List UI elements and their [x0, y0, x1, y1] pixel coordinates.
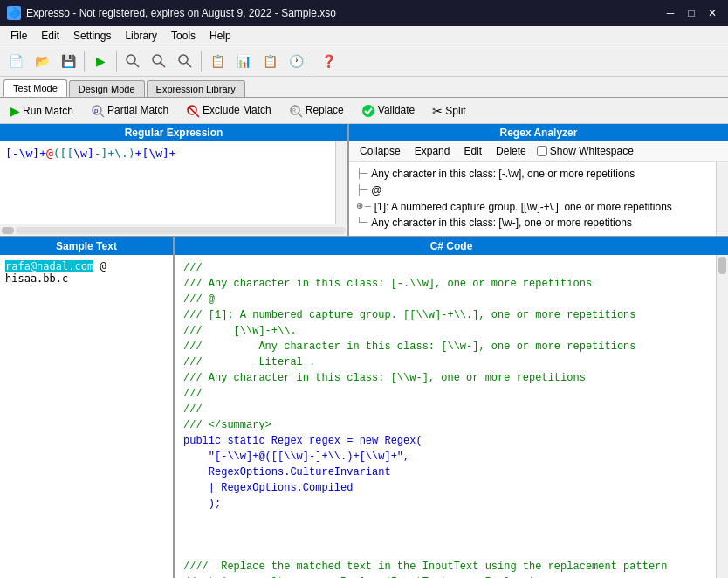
doc-btn[interactable]: 📋	[258, 49, 282, 73]
regex-track-h	[16, 227, 346, 234]
open-button[interactable]: 📂	[30, 49, 54, 73]
code-scrollbar-v[interactable]	[716, 255, 728, 578]
expand-button[interactable]: Expand	[411, 144, 454, 158]
new-button[interactable]: 📄	[3, 49, 28, 73]
sample-text-rest: hisaa.bb.c	[5, 272, 68, 285]
tab-design-mode[interactable]: Design Mode	[69, 80, 145, 97]
mode-tabs: Test Mode Design Mode Expression Library	[0, 77, 728, 98]
replace-button[interactable]: R Replace	[284, 101, 349, 120]
run-match-icon: ▶	[10, 104, 20, 118]
code-line-1: /// /// Any character in this class: [-.…	[183, 262, 635, 431]
code-line-comment4: //// Replace the matched text in the Inp…	[183, 561, 668, 573]
code-main-area: /// /// Any character in this class: [-.…	[175, 255, 728, 578]
toolbar-sep-1	[84, 51, 85, 72]
svg-line-9	[100, 114, 104, 117]
help-btn[interactable]: ❓	[316, 49, 340, 73]
clipboard-btn[interactable]: 📋	[205, 49, 230, 73]
search-btn-2[interactable]: +	[147, 49, 171, 73]
titlebar: 🔷 Expresso - Not registered, expires on …	[0, 0, 728, 26]
analyzer-section: Regex Analyzer Collapse Expand Edit Dele…	[349, 124, 728, 236]
svg-text:p: p	[94, 107, 99, 114]
toolbar-sep-2	[116, 51, 117, 72]
partial-match-label: Partial Match	[107, 104, 168, 116]
tree-text-2: @	[371, 183, 381, 198]
code-area[interactable]: /// /// Any character in this class: [-.…	[175, 255, 716, 578]
menu-help[interactable]: Help	[203, 28, 238, 44]
titlebar-left: 🔷 Expresso - Not registered, expires on …	[7, 6, 336, 20]
maximize-button[interactable]: □	[683, 4, 700, 22]
sample-section: Sample Text rafa@nadal.com @ hisaa.bb.c	[0, 237, 175, 578]
tree-connector-4: └─	[356, 216, 367, 229]
run-match-button[interactable]: ▶ Run Match	[5, 102, 79, 120]
run-button[interactable]: ▶	[88, 49, 113, 73]
edit-button[interactable]: Edit	[460, 144, 485, 158]
menu-library[interactable]: Library	[118, 28, 164, 44]
menu-tools[interactable]: Tools	[164, 28, 203, 44]
actionbar: ▶ Run Match p Partial Match Exclude Matc…	[0, 98, 728, 124]
partial-match-button[interactable]: p Partial Match	[86, 101, 174, 120]
top-pane: Regular Expression [-\w]+@([[\w]-]+\.)+[…	[0, 124, 728, 237]
validate-icon	[361, 103, 375, 118]
toolbar-sep-3	[201, 51, 202, 72]
analyzer-scrollbar-v[interactable]	[716, 162, 728, 236]
show-whitespace-checkbox[interactable]	[537, 146, 547, 156]
sample-text-area[interactable]: rafa@nadal.com @ hisaa.bb.c	[0, 255, 173, 578]
split-icon: ✂	[432, 104, 443, 118]
partial-match-icon: p	[91, 103, 105, 118]
sample-header: Sample Text	[0, 237, 173, 255]
menu-edit[interactable]: Edit	[34, 28, 66, 44]
tree-connector-2: ├─	[356, 183, 367, 196]
search-btn-3[interactable]: -	[173, 49, 197, 73]
history-btn[interactable]: 🕐	[284, 49, 308, 73]
window-controls[interactable]: ─ □ ✕	[662, 4, 721, 22]
chart-btn[interactable]: 📊	[231, 49, 256, 73]
svg-line-13	[189, 107, 195, 113]
regex-section: Regular Expression [-\w]+@([[\w]-]+\.)+[…	[0, 124, 349, 236]
search-btn-1[interactable]	[120, 49, 145, 73]
regex-input[interactable]: [-\w]+@([[\w]-]+\.)+[\w]+	[0, 141, 335, 224]
regex-scrollbar-h[interactable]	[0, 224, 347, 236]
validate-button[interactable]: Validate	[356, 101, 420, 120]
analyzer-tree: ├─ Any character in this class: [-.\w], …	[349, 162, 716, 236]
close-button[interactable]: ✕	[704, 4, 721, 22]
tree-item-3: ⊕ ─ [1]: A numbered capture group. [[\w]…	[356, 200, 709, 215]
toolbar-sep-4	[312, 51, 312, 72]
bottom-pane: Sample Text rafa@nadal.com @ hisaa.bb.c …	[0, 237, 728, 578]
validate-label: Validate	[378, 104, 415, 116]
sample-highlight: rafa@nadal.com	[5, 260, 93, 272]
tab-test-mode[interactable]: Test Mode	[3, 79, 67, 97]
tree-item-4: └─ Any character in this class: [\w-], o…	[356, 216, 709, 231]
toolbar: 📄 📂 💾 ▶ + - 📋 📊 📋 🕐 ❓	[0, 45, 728, 77]
analyzer-toolbar: Collapse Expand Edit Delete Show Whitesp…	[349, 141, 728, 162]
tab-expression-library[interactable]: Expression Library	[147, 80, 245, 97]
tree-item-1: ├─ Any character in this class: [-.\w], …	[356, 167, 709, 182]
svg-point-0	[127, 55, 135, 64]
tree-expand-3[interactable]: ⊕	[356, 200, 363, 212]
replace-label: Replace	[306, 104, 344, 116]
save-button[interactable]: 💾	[56, 49, 80, 73]
svg-point-17	[362, 105, 374, 117]
exclude-match-label: Exclude Match	[203, 104, 271, 116]
analyzer-header: Regex Analyzer	[349, 124, 728, 141]
tree-text-3: [1]: A numbered capture group. [[\w]-+\.…	[374, 200, 672, 215]
delete-button[interactable]: Delete	[492, 144, 530, 158]
menu-settings[interactable]: Settings	[66, 28, 118, 44]
app-icon: 🔷	[7, 6, 21, 20]
menu-file[interactable]: File	[3, 28, 34, 44]
code-section: C# Code /// /// Any character in this cl…	[175, 237, 728, 578]
split-label: Split	[445, 105, 465, 117]
split-button[interactable]: ✂ Split	[427, 102, 470, 120]
collapse-button[interactable]: Collapse	[356, 144, 404, 158]
show-whitespace-text: Show Whitespace	[550, 145, 634, 157]
svg-text:R: R	[292, 107, 296, 114]
svg-line-1	[134, 63, 139, 67]
exclude-match-button[interactable]: Exclude Match	[181, 101, 277, 120]
show-whitespace-label[interactable]: Show Whitespace	[537, 145, 634, 157]
main-content: Regular Expression [-\w]+@([[\w]-]+\.)+[…	[0, 124, 728, 578]
code-header: C# Code	[175, 237, 728, 255]
minimize-button[interactable]: ─	[662, 4, 679, 22]
regex-scrollbar-v[interactable]	[335, 141, 347, 224]
svg-line-15	[299, 114, 302, 117]
tree-connector-3: ─	[365, 200, 371, 213]
tree-item-2: ├─ @	[356, 183, 709, 198]
